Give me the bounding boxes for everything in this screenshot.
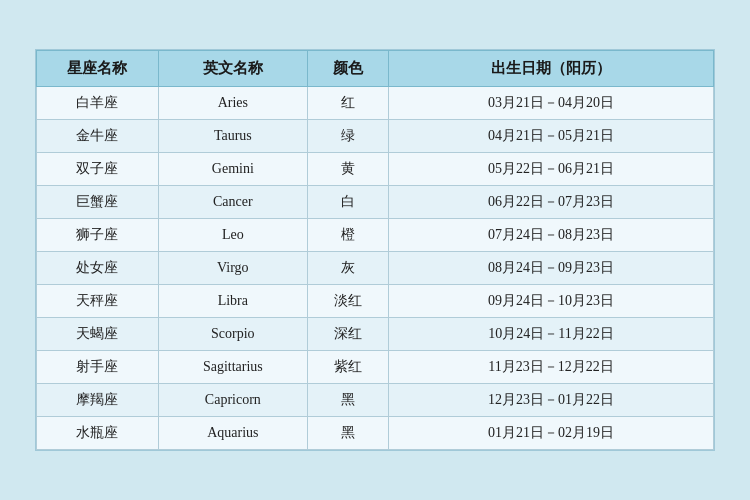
table-row: 摩羯座Capricorn黑12月23日－01月22日: [37, 384, 714, 417]
cell-english: Taurus: [158, 120, 307, 153]
zodiac-table-container: 星座名称 英文名称 颜色 出生日期（阳历） 白羊座Aries红03月21日－04…: [35, 49, 715, 451]
cell-chinese: 摩羯座: [37, 384, 159, 417]
cell-english: Aquarius: [158, 417, 307, 450]
cell-date: 05月22日－06月21日: [389, 153, 714, 186]
cell-english: Libra: [158, 285, 307, 318]
table-row: 天秤座Libra淡红09月24日－10月23日: [37, 285, 714, 318]
cell-chinese: 巨蟹座: [37, 186, 159, 219]
cell-english: Aries: [158, 87, 307, 120]
table-row: 金牛座Taurus绿04月21日－05月21日: [37, 120, 714, 153]
header-chinese: 星座名称: [37, 51, 159, 87]
table-row: 狮子座Leo橙07月24日－08月23日: [37, 219, 714, 252]
cell-english: Capricorn: [158, 384, 307, 417]
cell-english: Leo: [158, 219, 307, 252]
cell-english: Sagittarius: [158, 351, 307, 384]
cell-color: 白: [307, 186, 388, 219]
cell-date: 01月21日－02月19日: [389, 417, 714, 450]
cell-date: 03月21日－04月20日: [389, 87, 714, 120]
cell-chinese: 金牛座: [37, 120, 159, 153]
cell-chinese: 双子座: [37, 153, 159, 186]
cell-color: 黑: [307, 384, 388, 417]
cell-chinese: 天蝎座: [37, 318, 159, 351]
cell-color: 紫红: [307, 351, 388, 384]
header-date: 出生日期（阳历）: [389, 51, 714, 87]
table-row: 水瓶座Aquarius黑01月21日－02月19日: [37, 417, 714, 450]
cell-date: 07月24日－08月23日: [389, 219, 714, 252]
cell-chinese: 天秤座: [37, 285, 159, 318]
table-row: 处女座Virgo灰08月24日－09月23日: [37, 252, 714, 285]
cell-chinese: 处女座: [37, 252, 159, 285]
cell-date: 11月23日－12月22日: [389, 351, 714, 384]
cell-color: 橙: [307, 219, 388, 252]
cell-chinese: 狮子座: [37, 219, 159, 252]
header-english: 英文名称: [158, 51, 307, 87]
cell-english: Cancer: [158, 186, 307, 219]
table-row: 白羊座Aries红03月21日－04月20日: [37, 87, 714, 120]
cell-english: Scorpio: [158, 318, 307, 351]
cell-color: 灰: [307, 252, 388, 285]
cell-date: 06月22日－07月23日: [389, 186, 714, 219]
table-header-row: 星座名称 英文名称 颜色 出生日期（阳历）: [37, 51, 714, 87]
cell-english: Virgo: [158, 252, 307, 285]
cell-english: Gemini: [158, 153, 307, 186]
cell-color: 黄: [307, 153, 388, 186]
cell-chinese: 白羊座: [37, 87, 159, 120]
cell-date: 10月24日－11月22日: [389, 318, 714, 351]
zodiac-table: 星座名称 英文名称 颜色 出生日期（阳历） 白羊座Aries红03月21日－04…: [36, 50, 714, 450]
header-color: 颜色: [307, 51, 388, 87]
table-row: 天蝎座Scorpio深红10月24日－11月22日: [37, 318, 714, 351]
cell-date: 12月23日－01月22日: [389, 384, 714, 417]
cell-color: 黑: [307, 417, 388, 450]
table-row: 巨蟹座Cancer白06月22日－07月23日: [37, 186, 714, 219]
cell-color: 深红: [307, 318, 388, 351]
cell-date: 09月24日－10月23日: [389, 285, 714, 318]
cell-date: 08月24日－09月23日: [389, 252, 714, 285]
table-row: 双子座Gemini黄05月22日－06月21日: [37, 153, 714, 186]
cell-date: 04月21日－05月21日: [389, 120, 714, 153]
cell-chinese: 射手座: [37, 351, 159, 384]
cell-color: 淡红: [307, 285, 388, 318]
cell-color: 绿: [307, 120, 388, 153]
table-row: 射手座Sagittarius紫红11月23日－12月22日: [37, 351, 714, 384]
cell-chinese: 水瓶座: [37, 417, 159, 450]
cell-color: 红: [307, 87, 388, 120]
table-body: 白羊座Aries红03月21日－04月20日金牛座Taurus绿04月21日－0…: [37, 87, 714, 450]
